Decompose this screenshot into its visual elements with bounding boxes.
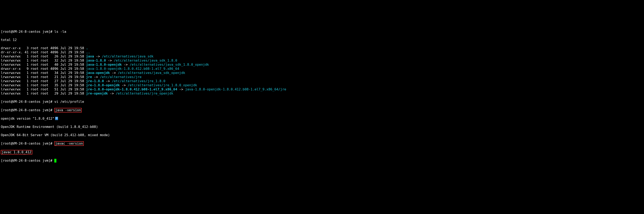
owner: root <box>31 67 39 71</box>
filename: java-openjdk <box>86 71 110 75</box>
date: Jul 29 19:58 <box>60 75 84 79</box>
group: root <box>40 87 48 91</box>
terminal[interactable]: [root@VM-24-8-centos jvm]# ls -la total … <box>0 21 644 167</box>
cmd-line-javac-version: [root@VM-24-8-centos jvm]# javac -versio… <box>1 141 644 146</box>
ls-entry: dr-xr-xr-x. 41 root root 4096 Jul 29 19:… <box>1 50 644 54</box>
group: root <box>40 67 48 71</box>
command-text: javac -version <box>55 141 83 145</box>
highlight-box: javac 1.8.0_412 <box>1 150 32 154</box>
symlink-target: /etc/alternatives/java_sdk_openjdk <box>118 71 185 75</box>
linkcount: 3 <box>25 46 28 50</box>
perm: lrwxrwxrwx <box>1 59 23 62</box>
symlink-target: /etc/alternatives/java_sdk_1.8.0_openjdk <box>130 63 209 67</box>
javac-version-output: javac 1.8.0_412 <box>1 150 644 154</box>
filename: jre-1.8.0-openjdk <box>86 83 120 87</box>
filename: jre-1.8.0-openjdk-1.8.0.412.b08-1.el7_9.… <box>86 87 177 91</box>
perm: lrwxrwxrwx <box>1 83 23 87</box>
linkcount: 1 <box>25 71 28 75</box>
owner: root <box>31 91 39 95</box>
owner: root <box>31 50 39 54</box>
date: Jul 29 19:58 <box>60 50 84 54</box>
linkcount: 1 <box>25 91 28 95</box>
cursor-block <box>54 159 56 162</box>
group: root <box>40 54 48 58</box>
highlight-box: java -version <box>54 108 82 112</box>
perm: lrwxrwxrwx <box>1 71 23 75</box>
filename: jre <box>86 75 92 79</box>
group: root <box>40 63 48 67</box>
perm: lrwxrwxrwx <box>1 87 23 91</box>
ls-entry: drwxr-xr-x 3 root root 4096 Jul 29 19:58… <box>1 46 644 50</box>
filename: . <box>86 46 88 50</box>
java-version-line-2: OpenJDK Runtime Environment (build 1.8.0… <box>1 125 644 129</box>
perm: dr-xr-xr-x. <box>1 50 23 54</box>
filename: .. <box>86 50 90 54</box>
date: Jul 29 19:58 <box>60 54 84 58</box>
symlink-arrow: -> <box>92 75 100 79</box>
prompt: [root@VM-24-8-centos jvm]# <box>1 100 52 104</box>
ls-entry: lrwxrwxrwx 1 root root 35 Jul 29 19:58 j… <box>1 83 644 87</box>
prompt: [root@VM-24-8-centos jvm]# <box>1 159 52 162</box>
owner: root <box>31 79 39 83</box>
symlink-arrow: -> <box>106 59 114 62</box>
size: 4096 <box>50 50 58 54</box>
ls-entry: lrwxrwxrwx 1 root root 34 Jul 29 19:58 j… <box>1 71 644 75</box>
size: 51 <box>50 87 58 91</box>
owner: root <box>31 63 39 67</box>
linkcount: 1 <box>25 63 28 67</box>
command-text: java -version <box>55 108 81 112</box>
date: Jul 29 19:58 <box>60 79 84 83</box>
group: root <box>40 50 48 54</box>
linkcount: 1 <box>25 83 28 87</box>
size: 40 <box>50 63 58 67</box>
group: root <box>40 83 48 87</box>
cmd-line-vi: [root@VM-24-8-centos jvm]# vi /etc/profi… <box>1 100 644 104</box>
symlink-target: /etc/alternatives/jre_1.8.0 <box>112 79 166 83</box>
cmd-line-idle: [root@VM-24-8-centos jvm]# <box>1 159 644 163</box>
size: 4096 <box>50 67 58 71</box>
owner: root <box>31 71 39 75</box>
group: root <box>40 71 48 75</box>
perm: lrwxrwxrwx <box>1 63 23 67</box>
owner: root <box>31 83 39 87</box>
filename: java-1.8.0 <box>86 59 106 62</box>
command-text: vi /etc/profile <box>54 100 84 104</box>
size: 35 <box>50 83 58 87</box>
linkcount: 1 <box>25 59 28 62</box>
ls-entry: lrwxrwxrwx 1 root root 29 Jul 29 19:58 j… <box>1 91 644 96</box>
owner: root <box>31 87 39 91</box>
perm: lrwxrwxrwx <box>1 79 23 83</box>
ls-entry: lrwxrwxrwx 1 root root 21 Jul 29 19:58 j… <box>1 75 644 79</box>
ls-entry: drwxr-xr-x 9 root root 4096 Jul 29 19:58… <box>1 67 644 71</box>
symlink-target: /etc/alternatives/jre_1.8.0_openjdk <box>128 83 197 87</box>
command-text: ls -la <box>54 30 66 34</box>
date: Jul 29 19:58 <box>60 87 84 91</box>
size: 34 <box>50 71 58 75</box>
size: 21 <box>50 75 58 79</box>
group: root <box>40 79 48 83</box>
symlink-target: /etc/alternatives/java_sdk_1.8.0 <box>114 59 177 62</box>
filename: java-1.8.0-openjdk <box>86 63 122 67</box>
perm: lrwxrwxrwx <box>1 91 23 95</box>
date: Jul 29 19:58 <box>60 59 84 62</box>
symlink-target: /etc/alternatives/jre <box>100 75 142 79</box>
group: root <box>40 46 48 50</box>
filename: jre-openjdk <box>86 91 108 95</box>
prompt: [root@VM-24-8-centos jvm]# <box>1 108 52 112</box>
linkcount: 1 <box>25 79 28 83</box>
group: root <box>40 59 48 62</box>
symlink-arrow: -> <box>94 54 102 58</box>
linkcount: 41 <box>25 50 28 54</box>
date: Jul 29 19:58 <box>60 46 84 50</box>
cmd-line-java-version: [root@VM-24-8-centos jvm]# java -version <box>1 108 644 112</box>
symlink-arrow: -> <box>110 71 118 75</box>
symlink-arrow: -> <box>177 87 185 91</box>
ls-entry: lrwxrwxrwx 1 root root 51 Jul 29 19:58 j… <box>1 87 644 91</box>
date: Jul 29 19:58 <box>60 83 84 87</box>
date: Jul 29 19:58 <box>60 63 84 67</box>
date: Jul 29 19:58 <box>60 91 84 95</box>
perm: drwxr-xr-x <box>1 67 23 71</box>
linkcount: 1 <box>25 54 28 58</box>
size: 27 <box>50 79 58 83</box>
symlink-arrow: -> <box>122 63 130 67</box>
